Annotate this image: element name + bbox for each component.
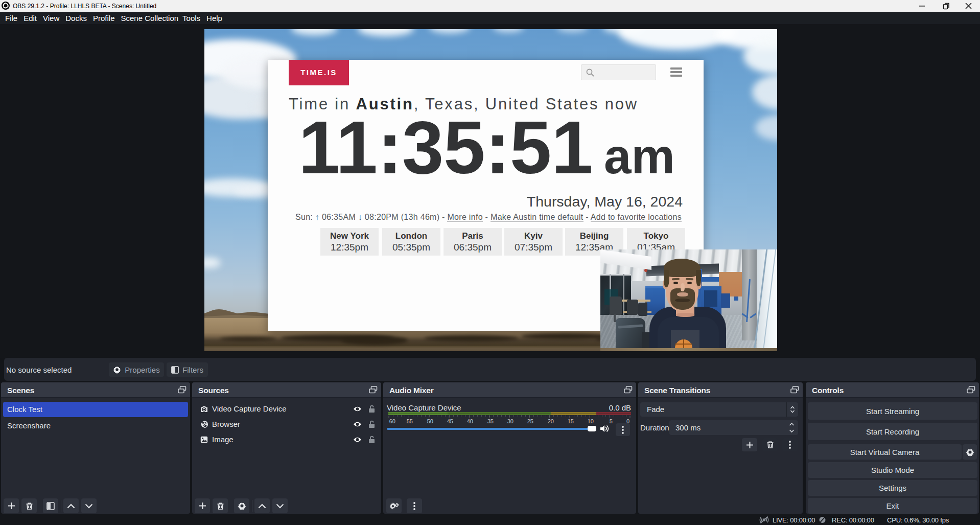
- svg-text:-35: -35: [485, 418, 494, 424]
- svg-text:-30: -30: [505, 418, 514, 424]
- svg-text:-10: -10: [586, 418, 594, 424]
- svg-text:-5: -5: [608, 418, 613, 424]
- svg-text:-15: -15: [566, 418, 574, 424]
- svg-text:-55: -55: [405, 418, 413, 424]
- svg-text:-50: -50: [425, 418, 433, 424]
- svg-text:-20: -20: [546, 418, 554, 424]
- svg-text:-45: -45: [445, 418, 453, 424]
- svg-text:-40: -40: [465, 418, 473, 424]
- svg-text:-60: -60: [388, 418, 395, 424]
- svg-text:-25: -25: [525, 418, 533, 424]
